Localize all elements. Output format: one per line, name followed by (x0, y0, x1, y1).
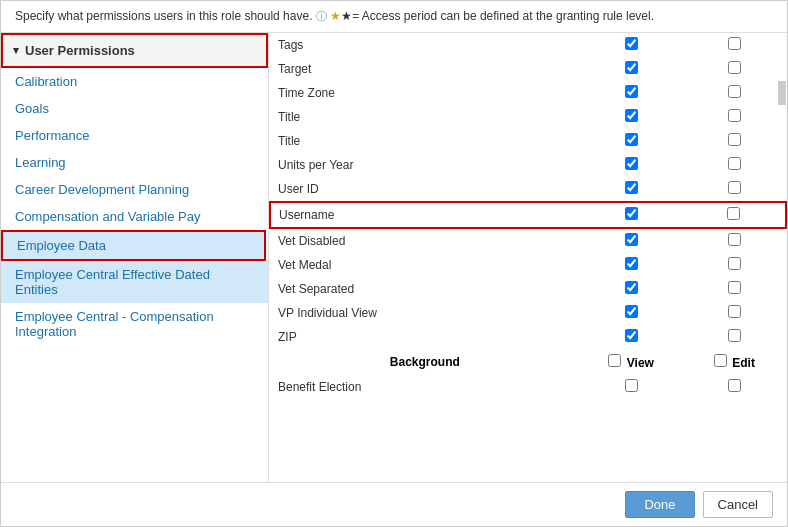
row-label-vp: VP Individual View (270, 301, 580, 325)
checkbox-benefit-1[interactable] (625, 379, 638, 392)
table-row: Title (270, 105, 786, 129)
sidebar-item-goals[interactable]: Goals (1, 95, 268, 122)
checkbox-vetdisabled-2[interactable] (728, 233, 741, 246)
checkbox-title1-2[interactable] (728, 109, 741, 122)
view-label: View (627, 356, 654, 370)
checkbox-zip-2[interactable] (728, 329, 741, 342)
done-button[interactable]: Done (625, 491, 694, 518)
info-icon: ⓘ (316, 10, 327, 22)
checkbox-timezone-1[interactable] (625, 85, 638, 98)
info-text: Specify what permissions users in this r… (15, 9, 312, 23)
sidebar-item-learning[interactable]: Learning (1, 149, 268, 176)
sidebar-item-compensation-variable[interactable]: Compensation and Variable Pay (1, 203, 268, 230)
table-row-username: Username (270, 202, 786, 228)
col-header-edit: Edit (683, 349, 786, 375)
checkbox-vp-2[interactable] (728, 305, 741, 318)
row-label-tags: Tags (270, 33, 580, 57)
footer: Done Cancel (1, 482, 787, 526)
checkbox-units-2[interactable] (728, 157, 741, 170)
row-label-userid: User ID (270, 177, 580, 202)
checkbox-vetmedal-1[interactable] (625, 257, 638, 270)
checkbox-username-1[interactable] (625, 207, 638, 220)
table-row: Target (270, 57, 786, 81)
user-permissions-label: User Permissions (25, 43, 135, 58)
row-label-title2: Title (270, 129, 580, 153)
checkbox-target-1[interactable] (625, 61, 638, 74)
table-row: Time Zone (270, 81, 786, 105)
checkbox-title2-1[interactable] (625, 133, 638, 146)
checkbox-timezone-2[interactable] (728, 85, 741, 98)
chevron-down-icon: ▾ (13, 44, 19, 57)
user-permissions-header[interactable]: ▾ User Permissions (1, 33, 268, 68)
cancel-button[interactable]: Cancel (703, 491, 773, 518)
row-label-timezone: Time Zone (270, 81, 580, 105)
checkbox-units-1[interactable] (625, 157, 638, 170)
checkbox-title1-1[interactable] (625, 109, 638, 122)
row-label-target: Target (270, 57, 580, 81)
row-label-vet-disabled: Vet Disabled (270, 228, 580, 253)
checkbox-target-2[interactable] (728, 61, 741, 74)
row-label-username: Username (270, 202, 580, 228)
section-header-background: Background View Edit (270, 349, 786, 375)
sidebar-item-career-development[interactable]: Career Development Planning (1, 176, 268, 203)
checkbox-vetseparated-1[interactable] (625, 281, 638, 294)
checkbox-vetseparated-2[interactable] (728, 281, 741, 294)
table-row: Vet Separated (270, 277, 786, 301)
star-note: ★ (330, 9, 341, 23)
table-row: Vet Medal (270, 253, 786, 277)
checkbox-bg-view[interactable] (608, 354, 621, 367)
table-row: Title (270, 129, 786, 153)
row-check2-tags[interactable] (683, 33, 786, 57)
row-check1-tags[interactable] (580, 33, 683, 57)
sidebar-item-ec-effective-dated[interactable]: Employee Central Effective Dated Entitie… (1, 261, 268, 303)
checkbox-vetdisabled-1[interactable] (625, 233, 638, 246)
table-row: Tags (270, 33, 786, 57)
table-row: VP Individual View (270, 301, 786, 325)
checkbox-zip-1[interactable] (625, 329, 638, 342)
checkbox-benefit-2[interactable] (728, 379, 741, 392)
star-note-text: ★= Access period can be defined at the g… (341, 9, 654, 23)
sidebar-item-employee-data[interactable]: Employee Data (1, 230, 266, 261)
info-bar: Specify what permissions users in this r… (1, 1, 787, 33)
table-row: User ID (270, 177, 786, 202)
checkbox-title2-2[interactable] (728, 133, 741, 146)
row-label-title1: Title (270, 105, 580, 129)
table-row: ZIP (270, 325, 786, 349)
row-label-vet-medal: Vet Medal (270, 253, 580, 277)
checkbox-tags-2[interactable] (728, 37, 741, 50)
table-row-benefit: Benefit Election (270, 375, 786, 399)
row-label-vet-separated: Vet Separated (270, 277, 580, 301)
sidebar-item-calibration[interactable]: Calibration (1, 68, 268, 95)
checkbox-userid-1[interactable] (625, 181, 638, 194)
edit-label: Edit (732, 356, 755, 370)
checkbox-tags-1[interactable] (625, 37, 638, 50)
checkbox-username-2[interactable] (727, 207, 740, 220)
checkbox-vetmedal-2[interactable] (728, 257, 741, 270)
row-label-units: Units per Year (270, 153, 580, 177)
row-label-benefit: Benefit Election (270, 375, 580, 399)
sidebar-item-performance[interactable]: Performance (1, 122, 268, 149)
sidebar: ▾ User Permissions Calibration Goals Per… (1, 33, 269, 482)
section-label-background: Background (270, 349, 580, 375)
checkbox-vp-1[interactable] (625, 305, 638, 318)
permissions-table: Tags Target Time Zone (269, 33, 787, 399)
checkbox-bg-edit[interactable] (714, 354, 727, 367)
row-label-zip: ZIP (270, 325, 580, 349)
col-header-view: View (580, 349, 683, 375)
table-row: Vet Disabled (270, 228, 786, 253)
checkbox-userid-2[interactable] (728, 181, 741, 194)
sidebar-item-ec-compensation[interactable]: Employee Central - Compensation Integrat… (1, 303, 268, 345)
table-row: Units per Year (270, 153, 786, 177)
right-panel: Tags Target Time Zone (269, 33, 787, 482)
